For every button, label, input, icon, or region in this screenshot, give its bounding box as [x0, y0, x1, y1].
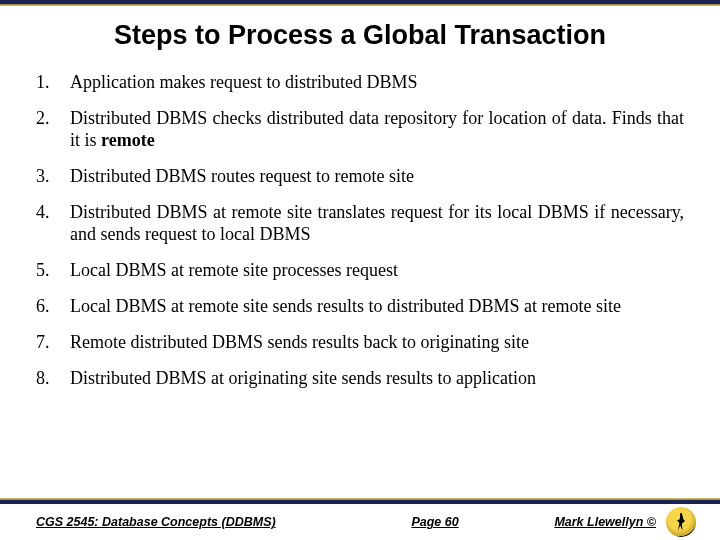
list-item: 7. Remote distributed DBMS sends results… — [36, 325, 684, 361]
step-number: 7. — [36, 332, 70, 354]
step-number: 5. — [36, 260, 70, 282]
list-item: 6. Local DBMS at remote site sends resul… — [36, 289, 684, 325]
footer-page: Page 60 — [411, 515, 458, 529]
top-border-band — [0, 0, 720, 6]
footer-course: CGS 2545: Database Concepts (DDBMS) — [36, 515, 276, 529]
step-number: 4. — [36, 202, 70, 224]
step-number: 1. — [36, 72, 70, 94]
step-number: 8. — [36, 368, 70, 390]
list-item: 3. Distributed DBMS routes request to re… — [36, 159, 684, 195]
step-text: Local DBMS at remote site sends results … — [70, 296, 684, 318]
list-item: 1. Application makes request to distribu… — [36, 65, 684, 101]
slide-footer: CGS 2545: Database Concepts (DDBMS) Page… — [0, 504, 720, 540]
step-text: Distributed DBMS checks distributed data… — [70, 108, 684, 152]
footer-right-group: Mark Llewellyn © — [554, 507, 696, 537]
list-item: 5. Local DBMS at remote site processes r… — [36, 253, 684, 289]
step-text: Local DBMS at remote site processes requ… — [70, 260, 684, 282]
step-number: 3. — [36, 166, 70, 188]
step-text: Distributed DBMS at remote site translat… — [70, 202, 684, 246]
list-item: 4. Distributed DBMS at remote site trans… — [36, 195, 684, 253]
step-number: 2. — [36, 108, 70, 130]
list-item: 8. Distributed DBMS at originating site … — [36, 361, 684, 397]
slide-title: Steps to Process a Global Transaction — [0, 0, 720, 65]
footer-author: Mark Llewellyn © — [554, 515, 656, 529]
step-text: Remote distributed DBMS sends results ba… — [70, 332, 684, 354]
step-text: Distributed DBMS routes request to remot… — [70, 166, 684, 188]
list-item: 2. Distributed DBMS checks distributed d… — [36, 101, 684, 159]
step-text: Application makes request to distributed… — [70, 72, 684, 94]
step-number: 6. — [36, 296, 70, 318]
step-text: Distributed DBMS at originating site sen… — [70, 368, 684, 390]
ucf-logo-icon — [666, 507, 696, 537]
steps-list: 1. Application makes request to distribu… — [0, 65, 720, 397]
